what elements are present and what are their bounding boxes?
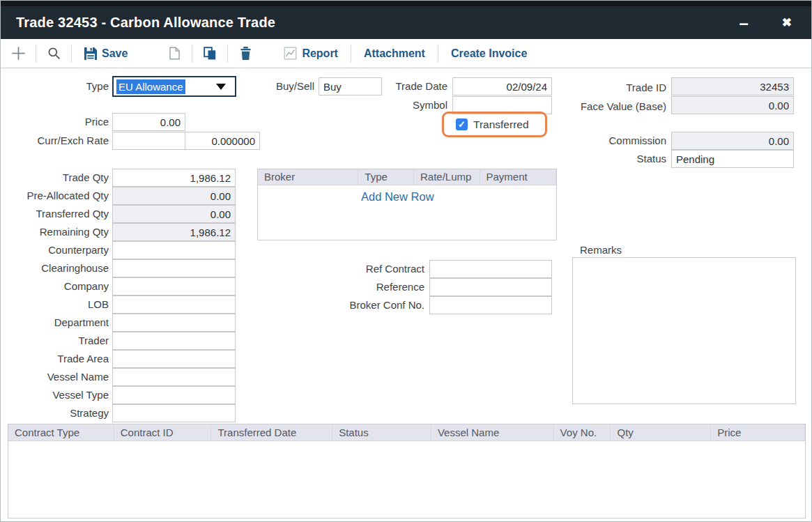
exch-rate-input[interactable]	[185, 132, 260, 150]
vessel-name-label: Vessel Name	[1, 368, 109, 386]
check-icon: ✓	[458, 120, 466, 129]
vessel-type-label: Vessel Type	[1, 386, 109, 404]
strategy-input[interactable]	[112, 404, 236, 422]
broker-conf-no-input[interactable]	[429, 296, 552, 314]
toolbar-separator	[192, 45, 192, 63]
department-label: Department	[1, 314, 109, 332]
report-button[interactable]: Report	[278, 45, 344, 61]
contracts-col-vessel-name: Vessel Name	[431, 424, 554, 440]
transferred-checkbox[interactable]: ✓	[456, 118, 468, 130]
ref-contract-input[interactable]	[429, 260, 552, 278]
counterparty-label: Counterparty	[1, 241, 109, 259]
type-label: Type	[15, 77, 109, 95]
attachment-label: Attachment	[364, 47, 425, 60]
lob-input[interactable]	[112, 295, 236, 314]
plus-icon	[11, 46, 26, 61]
trade-area-input[interactable]	[112, 350, 236, 368]
type-dropdown[interactable]: EU Allowance	[112, 76, 236, 97]
chevron-down-icon	[216, 84, 226, 90]
contracts-col-qty: Qty	[611, 424, 711, 440]
broker-conf-no-label: Broker Conf No.	[309, 296, 424, 314]
add-button[interactable]	[8, 43, 29, 64]
reference-label: Reference	[309, 278, 424, 296]
new-document-button[interactable]	[164, 43, 185, 64]
toolbar-separator	[438, 45, 438, 63]
reference-input[interactable]	[429, 278, 552, 296]
broker-table: BrokerTypeRate/LumpPayment Add New Row	[257, 169, 557, 240]
clearinghouse-label: Clearinghouse	[1, 259, 109, 277]
face-value-input[interactable]	[671, 96, 794, 114]
transferred-label: Transferred	[473, 118, 529, 131]
commission-label: Commission	[572, 132, 666, 150]
commission-input[interactable]	[671, 132, 794, 150]
create-invoice-label: Create Invoice	[451, 47, 527, 60]
copy-icon	[204, 47, 217, 60]
broker-col-payment: Payment	[480, 169, 556, 185]
form-area: Type EU Allowance Buy/Sell Trade Date Tr…	[1, 68, 811, 522]
contracts-col-status: Status	[332, 424, 431, 440]
contracts-col-voy-no: Voy No.	[554, 424, 611, 440]
broker-table-body: Add New Row	[258, 185, 556, 204]
trade-id-input[interactable]	[671, 77, 794, 95]
broker-col-type: Type	[358, 169, 414, 185]
clearinghouse-input[interactable]	[112, 259, 236, 277]
search-button[interactable]	[43, 43, 64, 64]
contracts-col-contract-type: Contract Type	[8, 424, 114, 440]
transferred-highlight-annotation: ✓ Transferred	[442, 112, 547, 137]
pre-allocated-qty-input[interactable]	[112, 187, 236, 205]
window-title: Trade 32453 - Carbon Allowance Trade	[16, 15, 275, 31]
remarks-label: Remarks	[580, 244, 622, 256]
contracts-table: Contract TypeContract IDTransferred Date…	[8, 424, 806, 519]
broker-col-rate-lump: Rate/Lump	[414, 169, 480, 185]
trade-date-input[interactable]	[452, 77, 552, 95]
currency-input[interactable]	[112, 132, 185, 150]
close-icon[interactable]: ✖	[782, 17, 792, 29]
trader-input[interactable]	[112, 332, 236, 350]
delete-button[interactable]	[235, 43, 256, 64]
type-selected-value: EU Allowance	[116, 79, 185, 94]
remarks-textarea[interactable]	[572, 257, 796, 404]
counterparty-input[interactable]	[112, 241, 236, 259]
vessel-name-input[interactable]	[112, 368, 236, 386]
transferred-qty-label: Transferred Qty	[1, 205, 109, 223]
search-icon	[47, 47, 61, 60]
trade-qty-input[interactable]	[112, 169, 236, 187]
remaining-qty-input[interactable]	[112, 223, 236, 241]
trade-area-label: Trade Area	[1, 350, 109, 368]
save-button[interactable]: Save	[79, 46, 133, 61]
company-input[interactable]	[112, 277, 236, 295]
toolbar: Save Report Attachment Create Invoice	[1, 39, 811, 68]
pre-allocated-qty-label: Pre-Allocated Qty	[1, 187, 109, 205]
minimize-icon[interactable]: –	[739, 15, 748, 31]
buy-sell-label: Buy/Sell	[245, 77, 314, 95]
contracts-table-header: Contract TypeContract IDTransferred Date…	[8, 424, 805, 441]
ref-contract-label: Ref Contract	[309, 260, 424, 278]
toolbar-separator	[71, 45, 72, 63]
lob-label: LOB	[1, 295, 109, 314]
toolbar-separator	[36, 45, 36, 63]
department-input[interactable]	[112, 314, 236, 332]
status-input[interactable]	[671, 150, 794, 168]
titlebar: Trade 32453 - Carbon Allowance Trade – ✖	[1, 6, 811, 39]
window-frame-top	[1, 1, 811, 6]
broker-table-header: BrokerTypeRate/LumpPayment	[258, 169, 556, 185]
trader-label: Trader	[1, 332, 109, 350]
trade-date-label: Trade Date	[370, 77, 447, 95]
vessel-type-input[interactable]	[112, 386, 236, 404]
transferred-qty-input[interactable]	[112, 205, 236, 223]
face-value-label: Face Value (Base)	[565, 98, 666, 116]
report-label: Report	[302, 47, 338, 60]
add-new-row-link[interactable]: Add New Row	[361, 190, 434, 204]
create-invoice-button[interactable]: Create Invoice	[445, 46, 533, 61]
copy-button[interactable]	[199, 43, 220, 64]
trade-qty-label: Trade Qty	[1, 169, 109, 187]
price-input[interactable]	[112, 113, 185, 131]
toolbar-separator	[351, 45, 351, 63]
attachment-button[interactable]: Attachment	[358, 46, 431, 61]
document-icon	[169, 47, 181, 60]
window-controls: – ✖	[739, 15, 796, 31]
contracts-col-transferred-date: Transferred Date	[211, 424, 332, 440]
save-icon	[84, 47, 97, 60]
company-label: Company	[1, 277, 109, 295]
remaining-qty-label: Remaining Qty	[1, 223, 109, 241]
